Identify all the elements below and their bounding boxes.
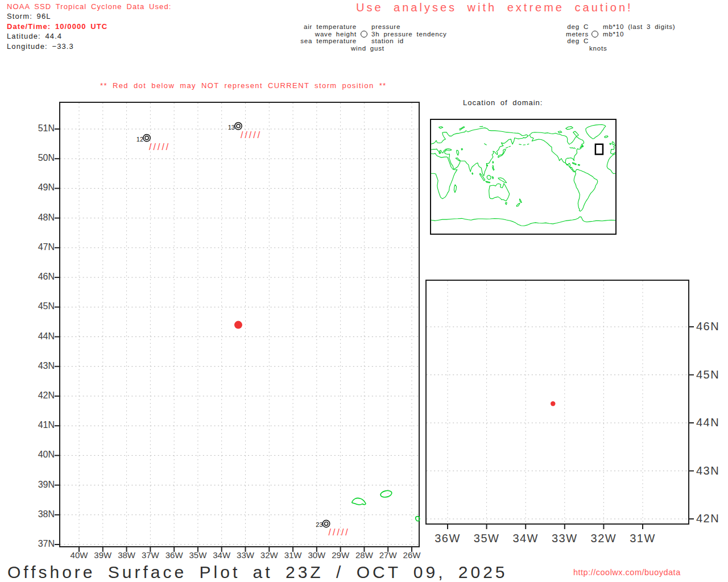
missing-data-slashes: ///// — [241, 130, 262, 140]
world-map-inset — [430, 119, 617, 235]
unit-deg-c-sea: deg C — [567, 38, 589, 44]
main-plot-x-tick-label: 37W — [137, 550, 163, 560]
main-plot-x-tick-label: 28W — [351, 550, 377, 560]
storm-longitude-line: Longitude: −33.3 — [7, 41, 171, 51]
zoom-plot-x-tick-label: 32W — [586, 532, 621, 545]
station-marker-13: 13///// — [228, 123, 262, 140]
main-plot-x-tick-label: 35W — [185, 550, 211, 560]
main-plot-x-tick-label: 38W — [114, 550, 140, 560]
legend-wind-gust: wind gust — [351, 45, 384, 52]
legend-pressure-tendency: 3h pressure tendency — [371, 31, 447, 38]
main-plot-x-tick-label: 40W — [66, 550, 92, 560]
buoydata-url-link[interactable]: http://coolwx.com/buoydata — [573, 568, 681, 577]
legend-station-id: station id — [371, 38, 404, 44]
station-model-legend: air temperature wave height sea temperat… — [296, 23, 455, 54]
legend-pressure: pressure — [371, 23, 400, 30]
storm-info-title: NOAA SSD Tropical Cyclone Data Used: — [7, 2, 171, 11]
zoom-plot-x-tick-label: 33W — [548, 532, 582, 545]
zoom-plot-x-tick-label: 35W — [470, 532, 504, 545]
main-plot-y-tick-label: 46N — [30, 272, 55, 282]
azores-islands — [352, 490, 420, 521]
zoom-plot-x-tick-label: 31W — [626, 532, 660, 545]
zoom-plot-x-tick-label: 34W — [508, 532, 543, 545]
legend-air-temperature: air temperature — [304, 23, 357, 30]
main-plot-x-tick-label: 26W — [399, 550, 425, 560]
station-marker-23: 23///// — [316, 520, 349, 537]
storm-position-warning: ** Red dot below may NOT represent CURRE… — [100, 81, 387, 90]
main-plot-x-tick-label: 29W — [328, 550, 354, 560]
main-plot-y-tick-label: 38N — [30, 509, 55, 519]
domain-location-marker — [595, 144, 603, 155]
legend-wave-height: wave height — [315, 31, 357, 38]
page-title: Offshore Surface Plot at 23Z / OCT 09, 2… — [7, 563, 508, 582]
station-marker-12: 12///// — [136, 134, 170, 151]
main-plot-y-tick-label: 42N — [30, 390, 55, 401]
caution-banner: Use analyses with extreme caution! — [356, 1, 633, 14]
main-plot-x-tick-label: 27W — [375, 550, 401, 560]
main-plot-y-tick-label: 44N — [30, 331, 55, 342]
unit-mb10-last3: mb*10 (last 3 digits) — [603, 23, 675, 30]
main-plot-x-tick-label: 36W — [161, 550, 187, 560]
zoom-plot-y-tick-label: 44N — [696, 416, 719, 429]
main-plot-y-tick-label: 47N — [30, 242, 55, 252]
unit-meters: meters — [566, 31, 589, 38]
zoomed-storm-plot — [425, 280, 689, 525]
station-circle-icon — [592, 31, 598, 38]
main-plot-x-tick-label: 32W — [256, 550, 282, 560]
world-coastlines — [431, 124, 615, 226]
storm-position-dot — [234, 321, 242, 329]
storm-info-block: NOAA SSD Tropical Cyclone Data Used: Sto… — [7, 2, 171, 51]
main-plot-x-tick-label: 34W — [209, 550, 235, 560]
legend-sea-temperature: sea temperature — [300, 38, 357, 44]
offshore-surface-plot-page: { "storm_info": { "title": "NOAA SSD Tro… — [0, 0, 728, 582]
main-plot-x-tick-label: 39W — [90, 550, 116, 560]
zoom-plot-canvas — [427, 281, 688, 523]
main-plot-canvas: 12/////13/////23///// — [60, 103, 419, 546]
main-plot-y-tick-label: 49N — [30, 182, 55, 193]
units-legend: deg C meters deg C mb*10 (last 3 digits)… — [560, 23, 691, 54]
zoom-plot-y-tick-label: 42N — [696, 512, 719, 525]
main-plot-y-tick-label: 50N — [30, 153, 55, 163]
main-plot-x-tick-label: 33W — [232, 550, 258, 560]
main-plot-y-tick-label: 40N — [30, 450, 55, 460]
zoom-plot-y-tick-label: 46N — [696, 320, 719, 333]
zoom-plot-y-tick-label: 43N — [696, 464, 719, 477]
main-plot-y-tick-label: 45N — [30, 301, 55, 311]
inset-title: Location of domain: — [463, 98, 543, 107]
missing-data-slashes: ///// — [149, 142, 170, 152]
zoom-plot-x-tick-label: 36W — [431, 532, 465, 545]
main-surface-plot: 12/////13/////23///// — [59, 102, 420, 547]
storm-id-line: Storm: 96L — [7, 11, 171, 21]
unit-knots: knots — [589, 45, 607, 52]
missing-data-slashes: ///// — [329, 527, 350, 537]
storm-latitude-line: Latitude: 44.4 — [7, 31, 171, 41]
main-plot-y-tick-label: 43N — [30, 361, 55, 371]
main-plot-x-tick-label: 30W — [304, 550, 330, 560]
main-plot-y-tick-label: 48N — [30, 213, 55, 223]
unit-deg-c-air: deg C — [567, 23, 589, 30]
storm-datetime-line: Date/Time: 10/0000 UTC — [7, 22, 171, 31]
station-id-label: 13 — [228, 124, 235, 131]
zoom-plot-y-tick-label: 45N — [696, 368, 719, 381]
station-id-label: 23 — [316, 521, 322, 528]
storm-position-dot-zoom — [551, 401, 555, 406]
station-id-label: 12 — [136, 136, 143, 143]
main-plot-y-tick-label: 39N — [30, 480, 55, 490]
world-map-canvas — [431, 120, 615, 234]
main-plot-x-tick-label: 31W — [280, 550, 306, 560]
main-plot-y-tick-label: 37N — [30, 539, 55, 549]
main-plot-y-tick-label: 51N — [30, 123, 55, 134]
main-plot-y-tick-label: 41N — [30, 420, 55, 430]
unit-mb10: mb*10 — [603, 31, 624, 38]
station-circle-icon — [361, 31, 367, 38]
